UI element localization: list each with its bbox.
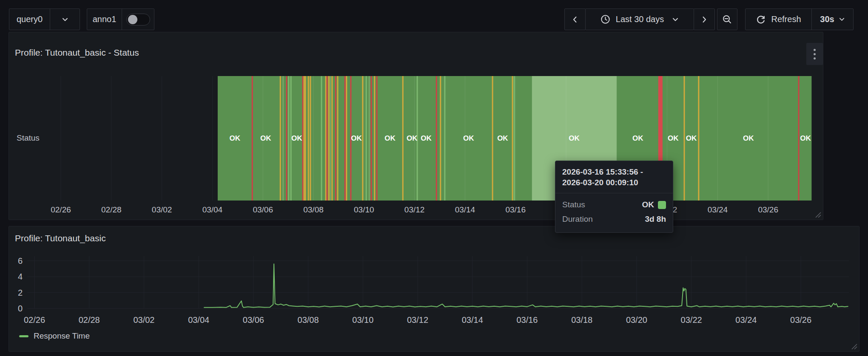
svg-text:03/16: 03/16 xyxy=(505,205,526,214)
time-range-back-button[interactable] xyxy=(564,8,586,30)
tooltip-status-value: OK xyxy=(642,200,666,209)
tooltip-time-line1: 2026-03-16 15:33:56 - xyxy=(562,167,666,177)
refresh-group: Refresh 30s xyxy=(745,8,854,30)
svg-text:OK: OK xyxy=(291,134,302,142)
variable-query0-dropdown[interactable]: query0 xyxy=(9,8,80,30)
svg-text:03/06: 03/06 xyxy=(243,315,264,325)
refresh-label: Refresh xyxy=(771,14,801,24)
svg-text:03/04: 03/04 xyxy=(188,315,209,325)
tooltip: 2026-03-16 15:33:56 - 2026-03-20 00:09:1… xyxy=(555,161,673,233)
svg-text:OK: OK xyxy=(407,134,418,142)
refresh-icon xyxy=(756,14,766,25)
tooltip-time-line2: 2026-03-20 00:09:10 xyxy=(562,177,666,188)
chevron-left-icon xyxy=(572,16,578,23)
svg-text:OK: OK xyxy=(743,134,754,142)
svg-text:Status: Status xyxy=(17,133,40,142)
svg-text:03/08: 03/08 xyxy=(298,315,319,325)
svg-text:03/26: 03/26 xyxy=(790,315,811,325)
annotation-anno1-text: anno1 xyxy=(93,14,117,24)
svg-text:OK: OK xyxy=(260,134,271,142)
response-time-chart[interactable]: 024602/2602/2803/0203/0403/0603/0803/100… xyxy=(9,226,859,351)
refresh-interval-dropdown[interactable]: 30s xyxy=(811,9,853,30)
svg-text:02/28: 02/28 xyxy=(79,315,100,325)
variable-query0-text: query0 xyxy=(17,14,43,24)
svg-text:OK: OK xyxy=(668,134,679,142)
panel-status-title: Profile: Tutonaut_basic - Status xyxy=(15,48,139,58)
kebab-icon xyxy=(814,49,816,59)
resize-grip-icon xyxy=(851,343,858,350)
variable-query0-label: query0 xyxy=(9,9,50,30)
svg-text:02/26: 02/26 xyxy=(24,315,45,325)
svg-text:03/14: 03/14 xyxy=(462,315,483,325)
refresh-interval-value: 30s xyxy=(820,14,834,24)
status-timeline-chart[interactable]: OKOKOKOKOKOKOKOKOKOKOKOKOKOKOK02/2602/28… xyxy=(9,32,823,220)
tooltip-duration-value: 3d 8h xyxy=(645,215,666,224)
svg-text:OK: OK xyxy=(421,134,432,142)
panel-status-timeline: Profile: Tutonaut_basic - Status OKOKOKO… xyxy=(9,32,823,220)
tooltip-status-row: Status OK xyxy=(562,198,666,212)
tooltip-time-range: 2026-03-16 15:33:56 - 2026-03-20 00:09:1… xyxy=(555,161,673,193)
svg-text:03/14: 03/14 xyxy=(455,205,475,214)
svg-text:03/02: 03/02 xyxy=(133,315,154,325)
tooltip-duration-label: Duration xyxy=(562,215,593,224)
svg-text:02/28: 02/28 xyxy=(101,205,122,214)
time-range-label: Last 30 days xyxy=(616,14,664,24)
variable-query0-caret[interactable] xyxy=(50,9,80,30)
svg-text:OK: OK xyxy=(463,134,474,142)
svg-text:0: 0 xyxy=(18,304,23,313)
svg-text:02/26: 02/26 xyxy=(51,205,71,214)
svg-text:OK: OK xyxy=(384,134,396,142)
tooltip-body: Status OK Duration 3d 8h xyxy=(555,193,673,232)
zoom-out-icon xyxy=(723,15,732,24)
clock-icon xyxy=(600,14,610,24)
tooltip-status-text: OK xyxy=(642,200,655,209)
svg-text:03/12: 03/12 xyxy=(407,315,428,325)
svg-text:OK: OK xyxy=(351,134,362,142)
time-range-picker-button[interactable]: Last 30 days xyxy=(585,8,694,30)
svg-text:03/22: 03/22 xyxy=(681,315,702,325)
panel-menu-button[interactable] xyxy=(806,43,823,65)
svg-text:03/18: 03/18 xyxy=(571,315,592,325)
svg-text:03/02: 03/02 xyxy=(152,205,172,214)
panel-response-title: Profile: Tutonaut_basic xyxy=(15,233,106,243)
svg-text:2: 2 xyxy=(18,288,23,297)
svg-text:03/26: 03/26 xyxy=(758,205,778,214)
svg-text:03/10: 03/10 xyxy=(354,205,374,214)
svg-text:4: 4 xyxy=(18,272,23,281)
panel-resize-handle[interactable] xyxy=(851,343,858,350)
chevron-down-icon xyxy=(62,17,68,23)
legend-swatch xyxy=(19,335,28,337)
tooltip-status-label: Status xyxy=(562,200,585,209)
tooltip-duration-row: Duration 3d 8h xyxy=(562,212,666,226)
svg-text:03/06: 03/06 xyxy=(253,205,273,214)
refresh-button[interactable]: Refresh xyxy=(746,9,811,30)
time-range-forward-button[interactable] xyxy=(694,8,715,30)
svg-text:OK: OK xyxy=(632,134,643,142)
panel-response-time: Profile: Tutonaut_basic 024602/2602/2803… xyxy=(9,226,859,352)
annotation-anno1-toggle[interactable] xyxy=(126,14,150,25)
chevron-right-icon xyxy=(701,16,707,23)
annotation-anno1-label: anno1 xyxy=(87,9,122,30)
legend: Response Time xyxy=(19,331,90,341)
annotation-anno1-control: anno1 xyxy=(87,8,154,30)
svg-text:OK: OK xyxy=(230,134,241,142)
svg-text:OK: OK xyxy=(686,134,697,142)
svg-text:03/08: 03/08 xyxy=(303,205,324,214)
svg-text:03/16: 03/16 xyxy=(516,315,538,325)
svg-text:03/20: 03/20 xyxy=(626,315,647,325)
svg-text:03/04: 03/04 xyxy=(202,205,223,214)
svg-text:03/12: 03/12 xyxy=(404,205,425,214)
resize-grip-icon xyxy=(815,212,822,218)
zoom-out-button[interactable] xyxy=(717,8,737,30)
svg-text:03/10: 03/10 xyxy=(352,315,373,325)
svg-text:03/24: 03/24 xyxy=(735,315,757,325)
svg-text:6: 6 xyxy=(18,256,23,266)
legend-item-response-time[interactable]: Response Time xyxy=(34,331,90,341)
tooltip-status-swatch xyxy=(658,201,666,209)
annotation-anno1-toggle-cell xyxy=(122,9,154,30)
panel-resize-handle[interactable] xyxy=(815,212,822,218)
svg-text:OK: OK xyxy=(800,134,811,142)
chevron-down-icon xyxy=(672,17,679,23)
chevron-down-icon xyxy=(839,17,845,22)
toggle-knob xyxy=(128,15,137,24)
